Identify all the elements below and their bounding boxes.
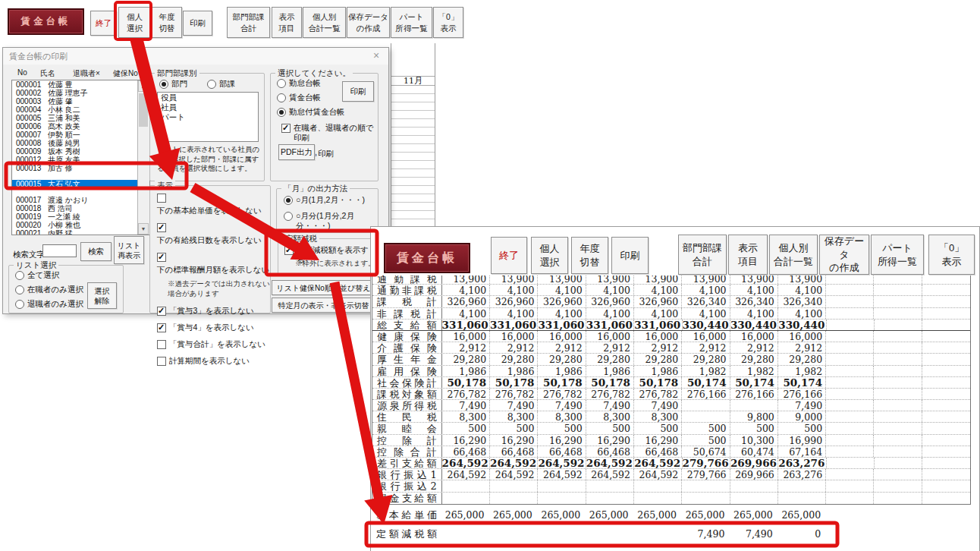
month-column-header: 11月 [391, 76, 435, 86]
radio-icon [277, 108, 286, 117]
toolbar-button[interactable]: 年度 切替 [152, 7, 182, 38]
employee-row[interactable]: 000004小林 良二 [12, 105, 137, 114]
employee-row[interactable]: 000002佐藤 理恵子 [12, 89, 137, 97]
toolbar-button[interactable]: 終了 [90, 11, 117, 36]
employee-row[interactable]: 000013加古 修 [12, 164, 137, 172]
employee-row[interactable]: 000007伊勢 順一 [12, 131, 137, 139]
radio-option[interactable]: ○月分(1月分,2月分・・・) [284, 211, 378, 231]
table-row: 銀行振込1 264,592 264,592 264,592 264,592 26… [372, 469, 970, 480]
toggle-month-visibility-button[interactable]: 特定月の表示・非表示切替 [272, 298, 375, 313]
relist-button[interactable]: リスト 再表示 [114, 236, 144, 264]
col-retired: 退職者× [73, 68, 100, 79]
radio-option[interactable]: 全て選択 [15, 270, 123, 280]
checkbox-icon [157, 323, 166, 332]
checkbox-option[interactable]: 「賞与合計」を表示しない [157, 339, 270, 349]
checkbox-option[interactable]: 下の有給残日数を表示しない [157, 222, 270, 245]
main-toolbar: 賃金台帳 終了個人 選択年度 切替印刷部門部課 合計表示 項目個人別 合計一覧保… [0, 0, 485, 43]
employee-listbox[interactable]: 000001佐藤 豊 000002佐藤 理恵子 000003佐藤 肇 00000… [11, 80, 150, 235]
checkbox-option[interactable]: 下の標準報酬月額を表示しない ※過去データでは出力されない場合があります [157, 252, 270, 299]
scroll-down-icon[interactable]: ▼ [138, 223, 149, 235]
checkbox-note: ※過去データでは出力されない場合があります [168, 279, 270, 299]
table-row: 非課税計 4,100 4,100 4,100 4,100 4,100 4,100… [372, 308, 970, 320]
toolbar-button[interactable]: 個人別 合計一覧 [303, 7, 346, 38]
radio-option[interactable]: ○月(1月,2月・・・) [284, 195, 378, 205]
employee-row-selected[interactable]: 000015大石 弘文 [12, 180, 137, 188]
toolbar-button[interactable]: パート 所得一覧 [871, 235, 924, 275]
toolbar-button[interactable]: 表示 項目 [272, 7, 302, 38]
employee-row[interactable]: 000012井原 友美 [12, 156, 137, 164]
checkbox-option[interactable]: 「賞与3」を表示しない [157, 306, 270, 316]
app-title-plaque: 賃金台帳 [8, 8, 84, 35]
search-button[interactable]: 検索 [80, 242, 112, 261]
employee-row[interactable]: 000017渡邉 かおり [12, 196, 137, 204]
employee-row[interactable]: 000005三浦 和美 [12, 114, 137, 122]
employee-row[interactable]: 000003佐藤 肇 [12, 97, 137, 105]
toolbar-button[interactable]: パート 所得一覧 [391, 7, 432, 38]
employee-row[interactable]: 000006髙木 政美 [12, 122, 137, 131]
radio-option[interactable]: 勤怠付賃金台帳 [277, 107, 378, 117]
department-item[interactable]: 社員 [158, 102, 258, 112]
table-row: 現金支給額 [372, 493, 970, 504]
department-note: リストに表示されている社員の中で選択した部門・部課に属する社員を選択状態にします… [157, 145, 260, 174]
employee-row[interactable]: 000001佐藤 豊 [12, 80, 137, 89]
checkbox-option[interactable]: 計算期間を表示しない [157, 356, 270, 366]
toolbar-button[interactable]: 表示 項目 [728, 235, 768, 275]
table-row: 雇用保険 1,986 1,986 1,986 1,986 1,986 1,982… [372, 366, 970, 377]
toolbar-button[interactable]: 「0」 表示 [928, 235, 975, 275]
checkbox-icon [157, 223, 166, 232]
toolbar-button[interactable]: 終了 [491, 237, 527, 274]
col-kenpo: 健保No [113, 68, 138, 79]
toolbar-button[interactable]: 年度 切替 [571, 237, 608, 274]
toolbar-button[interactable]: 保存データ の作成 [347, 7, 390, 38]
flat-tax-cut-group: 定額減税 定額減税額を表示する ※枠外に表示されます。 [278, 238, 377, 275]
toolbar-button[interactable]: 印刷 [183, 11, 212, 36]
radio-option[interactable]: 部課 [207, 79, 235, 89]
print-button[interactable]: 印刷 [342, 81, 374, 102]
clear-selection-button[interactable]: 選択 解除 [87, 282, 117, 309]
base-pay-row: 基本給単価 265,000 265,000 265,000 265,000 26… [372, 508, 971, 521]
checkbox-icon [281, 124, 291, 133]
employee-row[interactable]: 000021内野 猛 [12, 229, 137, 235]
search-input[interactable] [42, 244, 77, 257]
toolbar-button[interactable]: 個人 選択 [531, 237, 568, 274]
toolbar-button[interactable]: 部門部課 合計 [678, 235, 727, 275]
radio-icon [159, 80, 168, 89]
table-row: 課税対象額 276,782 276,782 276,782 276,782 27… [372, 389, 970, 400]
radio-icon [277, 79, 286, 88]
pdf-output-button[interactable]: PDF出力 [278, 144, 315, 160]
department-item[interactable]: 役員 [158, 93, 258, 102]
checkbox-option[interactable]: 「賞与4」を表示しない [157, 323, 270, 332]
department-listbox[interactable]: 役員社員パート [157, 92, 259, 142]
checkbox-icon [284, 246, 294, 255]
table-row: 住民税 8,300 8,300 8,300 8,300 8,300 9,800 … [372, 411, 970, 423]
scrollbar-thumb[interactable] [139, 93, 148, 127]
employee-row[interactable]: 000008後藤 純男 [12, 139, 137, 147]
employee-row[interactable]: 000009坂本 秀樹 [12, 147, 137, 156]
radio-icon [15, 271, 24, 280]
dialog-titlebar: 賃金台帳の印刷 × [3, 48, 388, 65]
close-icon[interactable]: × [370, 49, 382, 61]
scrollbar[interactable]: ▲ ▼ [137, 80, 149, 235]
toolbar-button[interactable]: 部門部課 合計 [227, 7, 270, 38]
radio-option[interactable]: 部門 [159, 79, 187, 89]
table-row: 源泉所得税 7,490 7,490 7,490 7,490 7,490 7,49… [372, 400, 970, 411]
toolbar-button[interactable]: 保存データ の作成 [819, 235, 869, 275]
sort-by-kenpo-button[interactable]: リスト健保No順の並び替え [272, 280, 375, 295]
employee-list-header: No 氏名 退職者× 健保No [11, 68, 148, 77]
toolbar-button[interactable]: 「0」 表示 [433, 7, 463, 38]
toolbar-button[interactable]: 個人 選択 [118, 7, 151, 38]
radio-icon [284, 196, 293, 205]
department-item[interactable]: パート [158, 112, 258, 122]
list-select-group: リスト選択 全て選択 在職者のみ選択 退職者のみ選択 選択 解除 [8, 265, 124, 313]
employee-row[interactable]: 000018西 浩司 [12, 204, 137, 213]
radio-icon [15, 285, 24, 294]
employee-row[interactable]: 000020小柳 雅也 [12, 221, 137, 229]
checkbox-option[interactable]: 下の基本給単価を表示しない [157, 193, 270, 216]
employee-row[interactable]: 000019一之瀬 綾 [12, 213, 137, 221]
checkbox-option[interactable]: 在職者、退職者の順で印刷 [281, 123, 378, 143]
background-sheet-column: 11月 [391, 43, 435, 226]
table-row: 銀行振込2 [372, 480, 970, 492]
scroll-up-icon[interactable]: ▲ [138, 80, 149, 92]
toolbar-button[interactable]: 印刷 [611, 237, 649, 274]
toolbar-button[interactable]: 個人別 合計一覧 [769, 235, 818, 275]
